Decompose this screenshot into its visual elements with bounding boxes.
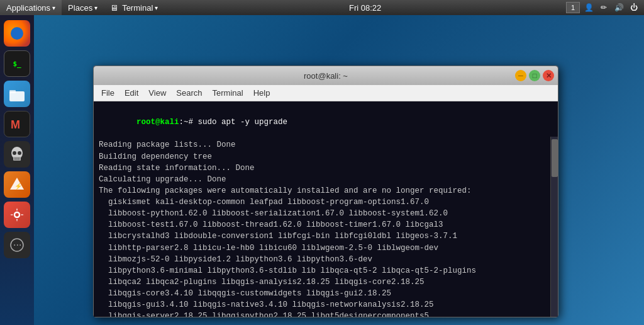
menu-edit[interactable]: Edit xyxy=(119,85,143,101)
terminal-menubar: File Edit View Search Terminal Help xyxy=(94,85,558,101)
term-line-13: libqca2 libqca2-plugins libqgis-analysis… xyxy=(99,277,553,288)
folder-svg xyxy=(8,85,26,103)
maximize-button[interactable]: □ xyxy=(529,70,540,81)
terminal-titlebar: root@kali: ~ ─ □ ✕ xyxy=(94,66,558,85)
terminal-controls: ─ □ ✕ xyxy=(515,70,554,81)
workspace-number: 1 xyxy=(571,4,575,11)
term-line-12: libpython3.6-minimal libpython3.6-stdlib… xyxy=(99,265,553,277)
sidebar-icon-burp[interactable]: ⚡ xyxy=(4,171,30,198)
sidebar: $_ M xyxy=(0,15,34,325)
power-icon[interactable]: ⏻ xyxy=(628,1,640,14)
settings-svg xyxy=(9,207,25,223)
svg-text:···: ··· xyxy=(13,239,21,250)
term-line-16: libqgis-server2.18.25 libqgispython2.18.… xyxy=(99,311,553,317)
terminal-content[interactable]: root@kali:~# sudo apt -y upgrade Reading… xyxy=(94,101,558,317)
terminal-window: root@kali: ~ ─ □ ✕ File Edit View Search… xyxy=(93,66,558,317)
svg-rect-9 xyxy=(18,157,19,160)
scrollbar-thumb[interactable] xyxy=(552,139,558,177)
menu-view[interactable]: View xyxy=(143,85,171,101)
places-label: Places xyxy=(68,3,92,13)
term-line-6: giskismet kali-desktop-common leafpad li… xyxy=(99,197,553,208)
menu-terminal[interactable]: Terminal xyxy=(208,85,248,101)
term-line-2: Building dependency tree xyxy=(99,151,553,162)
term-line-1: Reading package lists... Done xyxy=(99,139,553,151)
terminal-text-icon: $_ xyxy=(13,60,21,68)
burp-svg: ⚡ xyxy=(8,176,26,193)
term-line-0: root@kali:~# sudo apt -y upgrade xyxy=(99,105,553,139)
terminal-label: Terminal xyxy=(122,3,153,13)
terminal-chevron-icon: ▾ xyxy=(155,4,158,11)
top-bar-clock: Fri 08:22 xyxy=(164,3,566,13)
volume-icon[interactable]: 🔊 xyxy=(613,1,625,14)
sidebar-icon-terminal[interactable]: $_ xyxy=(4,50,30,77)
places-menu[interactable]: Places ▾ xyxy=(62,0,104,15)
term-line-5: The following packages were automaticall… xyxy=(99,185,553,197)
sidebar-icon-firefox[interactable] xyxy=(4,20,30,47)
term-line-3: Reading state information... Done xyxy=(99,162,553,174)
term-line-8: libboost-test1.67.0 libboost-thread1.62.… xyxy=(99,219,553,231)
svg-rect-7 xyxy=(14,157,16,160)
menu-help[interactable]: Help xyxy=(248,85,275,101)
top-bar: Applications ▾ Places ▾ 🖥 Terminal ▾ Fri… xyxy=(0,0,644,15)
terminal-icon-small: 🖥 xyxy=(110,3,118,13)
top-bar-left: Applications ▾ Places ▾ 🖥 Terminal ▾ xyxy=(0,0,164,15)
sidebar-icon-metasploit[interactable]: M xyxy=(4,111,30,137)
metasploit-svg: M xyxy=(8,115,26,134)
svg-text:M: M xyxy=(11,118,20,131)
term-line-10: libhttp-parser2.8 libicu-le-hb0 libicu60… xyxy=(99,242,553,254)
sidebar-icon-more[interactable]: ··· xyxy=(4,232,30,258)
menu-file[interactable]: File xyxy=(96,85,119,101)
terminal-menu[interactable]: 🖥 Terminal ▾ xyxy=(104,0,164,15)
clock-display: Fri 08:22 xyxy=(349,3,381,13)
svg-text:⚡: ⚡ xyxy=(14,182,23,190)
sidebar-icon-files[interactable] xyxy=(4,81,30,107)
user-icon[interactable]: 👤 xyxy=(582,1,595,14)
applications-chevron-icon: ▾ xyxy=(52,4,55,11)
term-path-0: :~# sudo apt -y upgrade xyxy=(179,118,288,127)
places-chevron-icon: ▾ xyxy=(94,4,97,11)
term-line-4: Calculating upgrade... Done xyxy=(99,174,553,185)
term-line-9: libcrystalhd3 libdouble-conversion1 libf… xyxy=(99,231,553,242)
skull-svg xyxy=(8,145,26,163)
svg-rect-1 xyxy=(9,90,16,93)
term-line-7: libboost-python1.62.0 libboost-serializa… xyxy=(99,208,553,219)
term-line-14: libqgis-core3.4.10 libqqgis-customwidget… xyxy=(99,288,553,299)
pen-icon[interactable]: ✏ xyxy=(597,1,610,14)
workspace-indicator[interactable]: 1 xyxy=(566,2,580,13)
sidebar-icon-settings[interactable] xyxy=(4,202,30,228)
svg-point-6 xyxy=(18,151,21,155)
term-line-15: libqgis-gui3.4.10 libqgis-native3.4.10 l… xyxy=(99,299,553,311)
close-button[interactable]: ✕ xyxy=(543,70,554,81)
svg-rect-8 xyxy=(16,157,18,160)
sidebar-icon-kali[interactable] xyxy=(4,141,30,168)
terminal-window-title: root@kali: ~ xyxy=(304,71,348,81)
svg-point-5 xyxy=(13,151,16,155)
term-line-11: libmozjs-52-0 libpyside1.2 libpython3.6 … xyxy=(99,254,553,265)
minimize-button[interactable]: ─ xyxy=(515,70,526,81)
applications-label: Applications xyxy=(6,3,50,13)
terminal-scrollbar[interactable] xyxy=(550,137,558,317)
applications-menu[interactable]: Applications ▾ xyxy=(0,0,62,15)
term-prompt-0: root@kali xyxy=(136,118,179,127)
top-bar-right: 1 👤 ✏ 🔊 ⏻ xyxy=(566,1,644,14)
more-svg: ··· xyxy=(9,237,25,253)
menu-search[interactable]: Search xyxy=(171,85,207,101)
svg-point-12 xyxy=(14,212,19,217)
desktop: Applications ▾ Places ▾ 🖥 Terminal ▾ Fri… xyxy=(0,0,644,325)
